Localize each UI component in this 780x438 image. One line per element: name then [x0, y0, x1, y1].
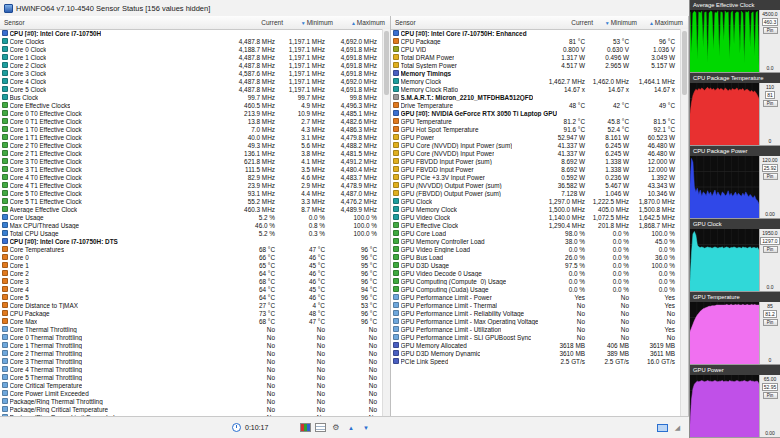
- graph-title[interactable]: GPU Power: [690, 365, 780, 375]
- pin-graph-button[interactable]: Pin: [763, 319, 778, 326]
- sensor-row[interactable]: Core 464 °C45 °C94 °C: [0, 285, 382, 293]
- sensor-row[interactable]: Core 0 T1 Effective Clock13.8 MHz2.7 MHz…: [0, 117, 382, 125]
- sensor-row[interactable]: Core 5 Thermal ThrottlingNoNoNo: [0, 373, 382, 381]
- sensor-row[interactable]: Core Power Limit ExceededNoNoNo: [0, 389, 382, 397]
- sensor-row[interactable]: GPU Power52.947 W8.161 W60.523 W: [391, 133, 680, 141]
- sensor-row[interactable]: Memory Clock1,462.7 MHz1,462.0 MHz1,464.…: [391, 77, 680, 85]
- sensor-row[interactable]: Core 0 T0 Effective Clock213.9 MHz10.9 M…: [0, 109, 382, 117]
- sensor-row[interactable]: GPU D3D Usage97.5 %0.0 %100.0 %: [391, 261, 680, 269]
- sensor-row[interactable]: GPU Temperature81.2 °C45.8 °C81.5 °C: [391, 117, 680, 125]
- graph-title[interactable]: Average Effective Clock: [690, 0, 780, 10]
- pin-graph-button[interactable]: Pin: [763, 100, 778, 107]
- sensor-row[interactable]: GPU Memory Clock1,500.0 MHz405.0 MHz1,50…: [391, 205, 680, 213]
- sensor-row[interactable]: GPU Clock1,297.0 MHz1,222.5 MHz1,870.0 M…: [391, 197, 680, 205]
- sensor-group-row[interactable]: CPU [#0]: Intel Core i7-10750H: Enhanced: [391, 29, 680, 37]
- sensor-row[interactable]: Core 3 Clock4,587.6 MHz1,197.1 MHz4,691.…: [0, 69, 382, 77]
- sensor-row[interactable]: Package/Ring Critical TemperatureNoNoNo: [0, 405, 382, 413]
- sensor-group-row[interactable]: S.M.A.R.T.: Micron_2210_MTFDHBA512QFD: [391, 93, 680, 101]
- graph-title[interactable]: CPU Package Temperature: [690, 73, 780, 83]
- sensor-row[interactable]: GPU FBVDD Input Power8.692 W1.338 W12.00…: [391, 165, 680, 173]
- sensor-row[interactable]: GPU Video Clock1,140.0 MHz1,072.5 MHz1,6…: [391, 213, 680, 221]
- sensor-row[interactable]: Core 4 Thermal ThrottlingNoNoNo: [0, 365, 382, 373]
- sensor-row[interactable]: GPU FBVDD Input Power (sum)8.692 W1.338 …: [391, 157, 680, 165]
- sensor-row[interactable]: Core 2 Thermal ThrottlingNoNoNo: [0, 349, 382, 357]
- sensor-row[interactable]: GPU Computing (Compute_0) Usage0.0 %0.0 …: [391, 277, 680, 285]
- sensor-row[interactable]: GPU Core (NVVDD) Input Power41.337 W6.24…: [391, 149, 680, 157]
- sensor-group-row[interactable]: CPU [#0]: Intel Core i7-10750H: DTS: [0, 237, 382, 245]
- sensor-row[interactable]: Core 3 T0 Effective Clock621.8 MHz4.1 MH…: [0, 157, 382, 165]
- column-header-minimum[interactable]: ▼Minimum: [598, 19, 642, 26]
- logging-button[interactable]: [315, 423, 326, 432]
- sensor-row[interactable]: GPU Performance Limit - SLI GPUBoost Syn…: [391, 333, 680, 341]
- sensor-row[interactable]: Core 368 °C46 °C96 °C: [0, 277, 382, 285]
- sensor-row[interactable]: Core 2 T0 Effective Clock49.3 MHz5.6 MHz…: [0, 141, 382, 149]
- sensor-row[interactable]: Total System Power4.517 W2.965 W5.157 W: [391, 61, 680, 69]
- sensor-row[interactable]: Core 4 T0 Effective Clock82.9 MHz4.6 MHz…: [0, 173, 382, 181]
- graphs-button[interactable]: [300, 423, 311, 432]
- sensor-row[interactable]: Core 1 T1 Effective Clock40.0 MHz3.1 MHz…: [0, 133, 382, 141]
- move-up-button[interactable]: ▲: [345, 422, 356, 433]
- sensor-row[interactable]: Core Thermal ThrottlingNoNoNo: [0, 325, 382, 333]
- sensor-row[interactable]: GPU Hot Spot Temperature91.6 °C52.4 °C92…: [391, 125, 680, 133]
- sensor-row[interactable]: Core 4 Clock4,487.8 MHz1,197.1 MHz4,692.…: [0, 77, 382, 85]
- graph-title[interactable]: GPU Temperature: [690, 292, 780, 302]
- sensor-row[interactable]: GPU D3D Memory Dynamic3610 MB389 MB3611 …: [391, 349, 680, 357]
- sensor-row[interactable]: CPU Package73 °C48 °C96 °C: [0, 309, 382, 317]
- sensor-row[interactable]: GPU (FBVDD) Output Power (sum)7.128 W1.0…: [391, 189, 680, 197]
- sensor-row[interactable]: CPU Package81 °C53 °C96 °C: [391, 37, 680, 45]
- sensor-row[interactable]: GPU Core (NVVDD) Input Power (sum)41.337…: [391, 141, 680, 149]
- column-header-maximum[interactable]: ▲Maximum: [338, 19, 390, 26]
- sensor-row[interactable]: GPU Performance Limit - ThermalNoNoYes: [391, 301, 680, 309]
- sensor-row[interactable]: Core Clocks4,487.8 MHz1,197.1 MHz4,692.0…: [0, 37, 382, 45]
- sensor-row[interactable]: GPU PCIe +3.3V Input Power0.592 W0.236 W…: [391, 173, 680, 181]
- sensor-row[interactable]: Core Max68 °C47 °C96 °C: [0, 317, 382, 325]
- sensor-row[interactable]: Core Usage5.2 %0.0 %100.0 %: [0, 213, 382, 221]
- column-header-current[interactable]: Current: [546, 19, 598, 26]
- sensor-row[interactable]: GPU Core Load98.0 %0.0 %100.0 %: [391, 229, 680, 237]
- sensor-row[interactable]: CPU VID0.800 V0.630 V1.036 V: [391, 45, 680, 53]
- sensor-group-row[interactable]: CPU [#0]: Intel Core i7-10750H: [0, 29, 382, 37]
- sensor-row[interactable]: Core Temperatures68 °C47 °C96 °C: [0, 245, 382, 253]
- sensor-row[interactable]: GPU Performance Limit - UtilizationNoNoY…: [391, 325, 680, 333]
- sensor-row[interactable]: Total DRAM Power1.317 W0.496 W3.049 W: [391, 53, 680, 61]
- sensor-row[interactable]: Memory Clock Ratio14.67 x14.67 x14.67 x: [391, 85, 680, 93]
- sensor-row[interactable]: Drive Temperature48 °C42 °C49 °C: [391, 101, 680, 109]
- sensor-row[interactable]: GPU Computing (Cuda) Usage0.0 %0.0 %0.0 …: [391, 285, 680, 293]
- sensor-row[interactable]: Core 564 °C46 °C96 °C: [0, 293, 382, 301]
- sensor-row[interactable]: GPU Performance Limit - Max Operating Vo…: [391, 317, 680, 325]
- pin-graph-button[interactable]: Pin: [763, 173, 778, 180]
- sensor-row[interactable]: GPU (NVVDD) Output Power (sum)36.582 W5.…: [391, 181, 680, 189]
- sensor-row[interactable]: Core 1 T0 Effective Clock7.0 MHz4.3 MHz4…: [0, 125, 382, 133]
- sensor-row[interactable]: GPU Bus Load26.0 %0.0 %36.0 %: [391, 253, 680, 261]
- move-down-button[interactable]: ▼: [360, 422, 371, 433]
- sensor-row[interactable]: Core Effective Clocks460.5 MHz4.9 MHz4,4…: [0, 101, 382, 109]
- column-header-sensor[interactable]: Sensor: [391, 19, 546, 26]
- sensor-row[interactable]: Core 5 Clock4,487.8 MHz1,197.1 MHz4,691.…: [0, 85, 382, 93]
- sensor-row[interactable]: GPU Performance Limit - PowerYesNoYes: [391, 293, 680, 301]
- sensor-row[interactable]: Average Effective Clock460.3 MHz8.7 MHz4…: [0, 205, 382, 213]
- sensor-row[interactable]: Core 1 Clock4,487.8 MHz1,197.1 MHz4,691.…: [0, 53, 382, 61]
- sensor-row[interactable]: Core 0 Clock4,188.7 MHz1,197.1 MHz4,691.…: [0, 45, 382, 53]
- pin-graph-button[interactable]: Pin: [763, 246, 778, 253]
- sensor-row[interactable]: Total CPU Usage5.2 %0.3 %100.0 %: [0, 229, 382, 237]
- sensor-row[interactable]: Core 5 T1 Effective Clock55.2 MHz3.3 MHz…: [0, 197, 382, 205]
- graph-title[interactable]: CPU Package Power: [690, 146, 780, 156]
- sensor-row[interactable]: GPU Video Engine Load0.0 %0.0 %0.0 %: [391, 245, 680, 253]
- sensor-row[interactable]: Max CPU/Thread Usage46.0 %0.8 %100.0 %: [0, 221, 382, 229]
- sensor-row[interactable]: GPU Memory Allocated3618 MB406 MB3619 MB: [391, 341, 680, 349]
- sensor-row[interactable]: Core 2 Clock4,487.8 MHz1,197.1 MHz4,691.…: [0, 61, 382, 69]
- pin-graph-button[interactable]: Pin: [763, 27, 778, 34]
- sensor-row[interactable]: GPU Memory Controller Load38.0 %0.0 %45.…: [391, 237, 680, 245]
- sensor-row[interactable]: Bus Clock99.7 MHz99.7 MHz99.8 MHz: [0, 93, 382, 101]
- sensor-row[interactable]: Core Distance to TjMAX27 °C4 °C53 °C: [0, 301, 382, 309]
- sensor-row[interactable]: Package/Ring Thermal ThrottlingNoNoNo: [0, 397, 382, 405]
- sensor-row[interactable]: Core 5 T0 Effective Clock93.1 MHz4.4 MHz…: [0, 189, 382, 197]
- column-header-maximum[interactable]: ▲Maximum: [642, 19, 688, 26]
- sensor-row[interactable]: PCIe Link Speed2.5 GT/s2.5 GT/s16.0 GT/s: [391, 357, 680, 365]
- sensor-row[interactable]: GPU Performance Limit - Reliability Volt…: [391, 309, 680, 317]
- sensor-row[interactable]: Core 3 T1 Effective Clock111.5 MHz3.5 MH…: [0, 165, 382, 173]
- sensor-row[interactable]: GPU Effective Clock1,290.4 MHz201.8 MHz1…: [391, 221, 680, 229]
- monitor-icon[interactable]: [657, 424, 668, 432]
- pin-graph-button[interactable]: Pin: [763, 392, 778, 399]
- settings-gear-icon[interactable]: ⚙: [330, 422, 341, 433]
